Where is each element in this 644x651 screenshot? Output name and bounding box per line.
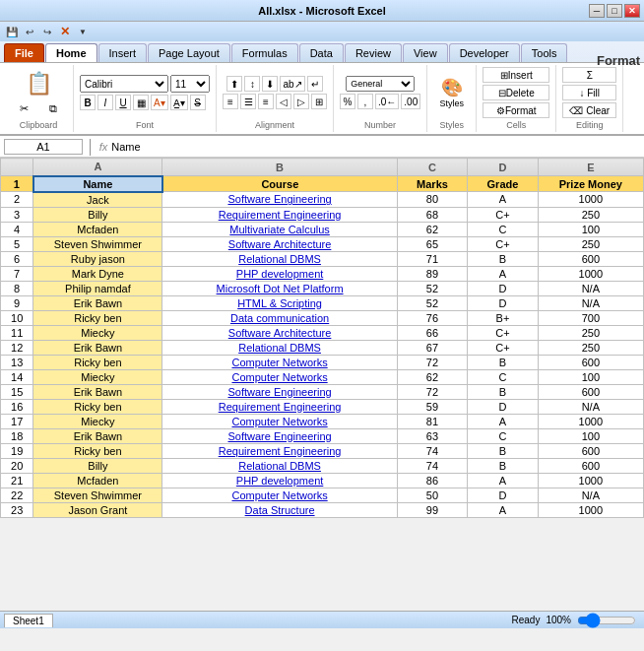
font-name-select[interactable]: Calibri	[80, 75, 168, 93]
cell-name[interactable]: Philip namdaf	[33, 281, 162, 295]
cell-course[interactable]: Computer Networks	[162, 369, 397, 384]
row-number[interactable]: 11	[1, 325, 33, 340]
cell-marks[interactable]: 74	[397, 458, 467, 473]
tab-insert[interactable]: Insert	[98, 43, 148, 62]
cell-prize[interactable]: 1000	[538, 266, 643, 281]
row-number[interactable]: 23	[1, 502, 33, 517]
cell-marks[interactable]: 68	[397, 207, 467, 222]
cell-name[interactable]: Mark Dyne	[33, 266, 162, 281]
cell-name[interactable]: Erik Bawn	[33, 295, 162, 310]
align-left-button[interactable]: ≡	[223, 94, 238, 109]
cell-grade[interactable]: C	[468, 222, 538, 236]
row-number[interactable]: 12	[1, 340, 33, 355]
cell-name[interactable]: Miecky	[33, 369, 162, 384]
cell-marks[interactable]: 72	[397, 355, 467, 369]
cell-prize[interactable]: Prize Money	[538, 176, 643, 192]
cell-grade[interactable]: D	[468, 488, 538, 502]
row-number[interactable]: 6	[1, 251, 33, 266]
cell-marks[interactable]: 71	[397, 251, 467, 266]
row-number[interactable]: 7	[1, 266, 33, 281]
increase-decimal-button[interactable]: .00	[401, 94, 420, 109]
cell-name[interactable]: Erik Bawn	[33, 384, 162, 399]
tab-data[interactable]: Data	[299, 43, 344, 62]
cell-course[interactable]: PHP development	[162, 266, 397, 281]
cell-name[interactable]: Mcfaden	[33, 473, 162, 488]
cell-grade[interactable]: A	[468, 266, 538, 281]
cell-grade[interactable]: B	[468, 355, 538, 369]
cell-course[interactable]: Software Architecture	[162, 325, 397, 340]
cell-marks[interactable]: 63	[397, 428, 467, 443]
cell-prize[interactable]: 250	[538, 207, 643, 222]
strikethrough-button[interactable]: S	[190, 95, 206, 110]
cell-prize[interactable]: 600	[538, 384, 643, 399]
border-button[interactable]: ▦	[133, 95, 149, 110]
cell-course[interactable]: Computer Networks	[162, 488, 397, 502]
restore-button[interactable]: □	[607, 4, 622, 18]
cell-course[interactable]: Multivariate Calculus	[162, 222, 397, 236]
cell-grade[interactable]: Grade	[468, 176, 538, 192]
row-number[interactable]: 4	[1, 222, 33, 236]
cell-grade[interactable]: A	[468, 502, 538, 517]
fill-color-button[interactable]: A▾	[151, 95, 168, 110]
row-number[interactable]: 2	[1, 192, 33, 208]
tab-tools[interactable]: Tools	[521, 43, 568, 62]
comma-button[interactable]: ,	[357, 94, 373, 109]
cell-name[interactable]: Ricky ben	[33, 310, 162, 325]
qat-dropdown[interactable]: ▼	[75, 24, 91, 39]
redo-qat-button[interactable]: ↪	[39, 24, 55, 39]
underline-button[interactable]: U	[115, 95, 131, 110]
col-header-d[interactable]: D	[468, 159, 538, 176]
row-number[interactable]: 3	[1, 207, 33, 222]
cell-prize[interactable]: 600	[538, 458, 643, 473]
row-number[interactable]: 18	[1, 428, 33, 443]
row-number[interactable]: 15	[1, 384, 33, 399]
cell-grade[interactable]: B	[468, 251, 538, 266]
cell-marks[interactable]: 52	[397, 281, 467, 295]
increase-indent-button[interactable]: ▷	[293, 94, 309, 109]
tab-home[interactable]: Home	[45, 43, 97, 62]
cell-prize[interactable]: 1000	[538, 473, 643, 488]
cell-name[interactable]: Ricky ben	[33, 443, 162, 458]
cell-name[interactable]: Steven Shwimmer	[33, 488, 162, 502]
number-format-select[interactable]: General	[346, 76, 415, 92]
align-middle-button[interactable]: ↕	[244, 76, 260, 92]
bold-button[interactable]: B	[80, 95, 96, 110]
clear-button[interactable]: ⌫ Clear	[562, 102, 616, 118]
row-number[interactable]: 17	[1, 414, 33, 428]
cell-grade[interactable]: D	[468, 399, 538, 414]
paste-button[interactable]: 📋	[21, 68, 57, 99]
cell-name[interactable]: Jason Grant	[33, 502, 162, 517]
tab-page-layout[interactable]: Page Layout	[148, 43, 230, 62]
cell-marks[interactable]: 72	[397, 384, 467, 399]
align-center-button[interactable]: ☰	[240, 94, 256, 109]
cell-name[interactable]: Mcfaden	[33, 222, 162, 236]
cell-course[interactable]: Computer Networks	[162, 355, 397, 369]
undo-qat-button[interactable]: ↩	[22, 24, 37, 39]
font-color-button[interactable]: A̲▾	[170, 95, 188, 110]
cell-course[interactable]: Software Engineering	[162, 384, 397, 399]
tab-view[interactable]: View	[403, 43, 448, 62]
col-header-c[interactable]: C	[397, 159, 467, 176]
corner-cell[interactable]	[1, 159, 33, 176]
cell-prize[interactable]: 600	[538, 443, 643, 458]
insert-cells-button[interactable]: ⊞ Insert	[483, 67, 549, 83]
row-number[interactable]: 10	[1, 310, 33, 325]
zoom-slider[interactable]	[577, 616, 636, 625]
cell-prize[interactable]: 100	[538, 369, 643, 384]
cell-course[interactable]: Relational DBMS	[162, 458, 397, 473]
cut-button[interactable]: ✂	[10, 99, 37, 118]
cell-prize[interactable]: 100	[538, 222, 643, 236]
cell-grade[interactable]: A	[468, 473, 538, 488]
row-number[interactable]: 19	[1, 443, 33, 458]
cell-grade[interactable]: C+	[468, 340, 538, 355]
cell-name[interactable]: Jack	[33, 192, 162, 208]
italic-button[interactable]: I	[97, 95, 113, 110]
wrap-text-button[interactable]: ↵	[307, 76, 323, 92]
col-header-b[interactable]: B	[162, 159, 397, 176]
fill-button[interactable]: ↓ Fill	[562, 85, 616, 100]
align-bottom-button[interactable]: ⬇	[262, 76, 278, 92]
cell-grade[interactable]: B	[468, 458, 538, 473]
text-orient-button[interactable]: ab↗	[280, 76, 304, 92]
cell-marks[interactable]: 52	[397, 295, 467, 310]
cell-marks[interactable]: 59	[397, 399, 467, 414]
